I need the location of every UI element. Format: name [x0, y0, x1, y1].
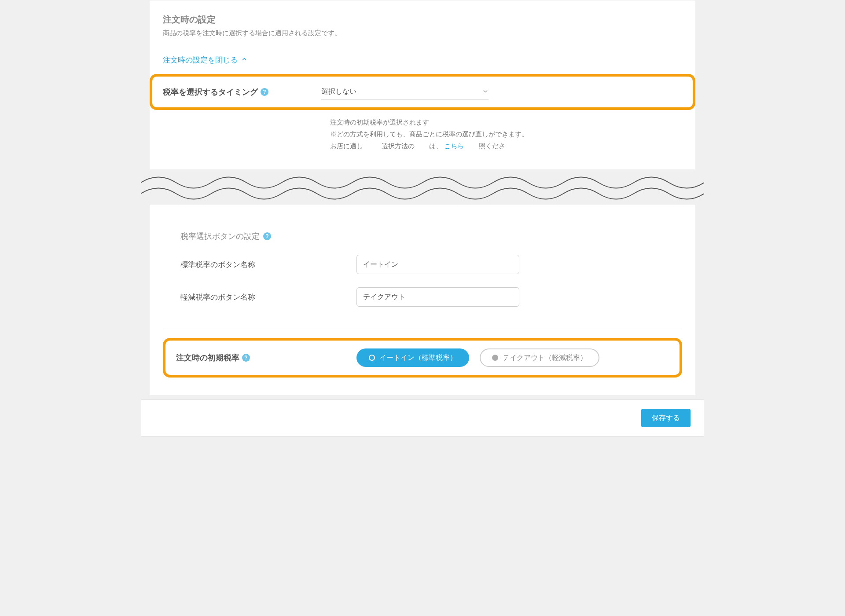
- timing-help-line2: ※どの方式を利用しても、商品ごとに税率の選び直しができます。: [330, 128, 695, 140]
- collapse-label: 注文時の設定を閉じる: [163, 55, 238, 65]
- footer-bar: 保存する: [141, 400, 704, 436]
- initial-rate-highlight: 注文時の初期税率 ? イートイン（標準税率） テイクアウト（軽減税率）: [163, 338, 682, 378]
- tax-timing-label-text: 税率を選択するタイミング: [163, 87, 258, 97]
- tax-timing-value: 選択しない: [321, 87, 356, 96]
- help-link[interactable]: こちら: [444, 142, 464, 150]
- button-settings-title: 税率選択ボタンの設定 ?: [180, 231, 695, 242]
- initial-rate-label-text: 注文時の初期税率: [176, 352, 239, 363]
- timing-help-line1: 注文時の初期税率が選択されます: [330, 116, 695, 128]
- section-desc: 商品の税率を注文時に選択する場合に適用される設定です。: [163, 29, 682, 37]
- collapse-toggle[interactable]: 注文時の設定を閉じる: [163, 55, 682, 65]
- visual-tear-separator: [141, 169, 704, 205]
- timing-help-line3: お店に適し 選択方法の は、 こちら 照くださ: [330, 140, 695, 152]
- initial-rate-eatin-button[interactable]: イートイン（標準税率）: [356, 348, 469, 367]
- initial-rate-segment: イートイン（標準税率） テイクアウト（軽減税率）: [356, 348, 599, 367]
- save-button[interactable]: 保存する: [641, 409, 691, 427]
- initial-rate-eatin-text: イートイン（標準税率）: [379, 353, 457, 363]
- help-line3-b: 選択方法の: [382, 142, 415, 150]
- initial-rate-takeout-button[interactable]: テイクアウト（軽減税率）: [480, 348, 599, 367]
- chevron-up-icon: [241, 56, 247, 65]
- help-line3-a: お店に適し: [330, 142, 363, 150]
- initial-rate-label: 注文時の初期税率 ?: [176, 352, 356, 363]
- section-title: 注文時の設定: [163, 14, 682, 26]
- reduced-rate-button-input[interactable]: [356, 287, 519, 307]
- initial-rate-takeout-text: テイクアウト（軽減税率）: [503, 353, 587, 363]
- standard-rate-button-label: 標準税率のボタン名称: [180, 260, 356, 270]
- chevron-down-icon: [482, 88, 489, 96]
- tax-timing-select[interactable]: 選択しない: [321, 84, 489, 99]
- help-icon[interactable]: ?: [263, 232, 271, 240]
- help-line3-d: 照くださ: [479, 142, 505, 150]
- timing-help-text: 注文時の初期税率が選択されます ※どの方式を利用しても、商品ごとに税率の選び直し…: [330, 116, 695, 152]
- tax-timing-highlight: 税率を選択するタイミング ? 選択しない: [150, 74, 695, 110]
- help-icon[interactable]: ?: [261, 88, 268, 96]
- tax-timing-label: 税率を選択するタイミング ?: [163, 87, 321, 97]
- help-icon[interactable]: ?: [242, 354, 250, 362]
- divider: [163, 329, 682, 329]
- button-settings-title-text: 税率選択ボタンの設定: [180, 231, 260, 242]
- radio-unselected-icon: [492, 355, 498, 361]
- standard-rate-button-input[interactable]: [356, 255, 519, 274]
- help-line3-c: は、: [429, 142, 442, 150]
- reduced-rate-button-label: 軽減税率のボタン名称: [180, 292, 356, 302]
- radio-selected-icon: [369, 355, 375, 361]
